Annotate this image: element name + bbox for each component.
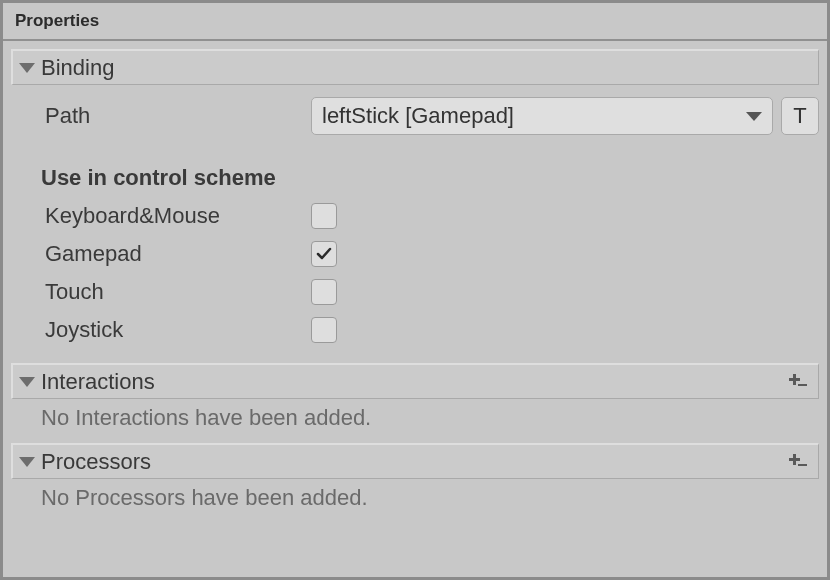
svg-rect-2: [798, 384, 807, 386]
processors-empty-text: No Processors have been added.: [3, 479, 827, 523]
path-dropdown-value: leftStick [Gamepad]: [322, 103, 514, 129]
check-icon: [315, 245, 333, 263]
section-body-binding: Path leftStick [Gamepad] T Use in contro…: [3, 85, 827, 363]
properties-panel: Properties Binding Path leftStick [Gamep…: [0, 0, 830, 580]
scheme-header-label: Use in control scheme: [11, 165, 311, 191]
row-scheme-gamepad: Gamepad: [11, 235, 819, 273]
scheme-label: Gamepad: [11, 241, 311, 267]
field-label-path: Path: [11, 103, 311, 129]
scheme-label: Joystick: [11, 317, 311, 343]
scheme-checkbox-gamepad[interactable]: [311, 241, 337, 267]
section-header-processors[interactable]: Processors: [11, 443, 819, 479]
row-scheme-joystick: Joystick: [11, 311, 819, 349]
chevron-down-icon: [746, 112, 762, 121]
panel-title: Properties: [15, 11, 99, 31]
plus-icon: [789, 374, 809, 390]
add-processor-button[interactable]: [786, 451, 812, 473]
scheme-checkbox-joystick[interactable]: [311, 317, 337, 343]
scheme-checkbox-touch[interactable]: [311, 279, 337, 305]
section-label: Interactions: [41, 369, 780, 395]
foldout-arrow-icon: [19, 63, 35, 73]
path-dropdown[interactable]: leftStick [Gamepad]: [311, 97, 773, 135]
section-header-binding[interactable]: Binding: [11, 49, 819, 85]
interactions-empty-text: No Interactions have been added.: [3, 399, 827, 443]
panel-titlebar: Properties: [3, 3, 827, 41]
row-scheme-header: Use in control scheme: [11, 159, 819, 197]
svg-rect-4: [789, 458, 800, 461]
row-path: Path leftStick [Gamepad] T: [11, 91, 819, 141]
section-header-interactions[interactable]: Interactions: [11, 363, 819, 399]
plus-icon: [789, 454, 809, 470]
section-label: Binding: [41, 55, 812, 81]
foldout-arrow-icon: [19, 377, 35, 387]
row-scheme-keyboardmouse: Keyboard&Mouse: [11, 197, 819, 235]
add-interaction-button[interactable]: [786, 371, 812, 393]
path-text-toggle-button[interactable]: T: [781, 97, 819, 135]
svg-rect-1: [789, 378, 800, 381]
foldout-arrow-icon: [19, 457, 35, 467]
section-label: Processors: [41, 449, 780, 475]
scheme-label: Touch: [11, 279, 311, 305]
row-scheme-touch: Touch: [11, 273, 819, 311]
t-button-label: T: [793, 103, 806, 129]
scheme-label: Keyboard&Mouse: [11, 203, 311, 229]
svg-rect-5: [798, 464, 807, 466]
scheme-checkbox-keyboardmouse[interactable]: [311, 203, 337, 229]
